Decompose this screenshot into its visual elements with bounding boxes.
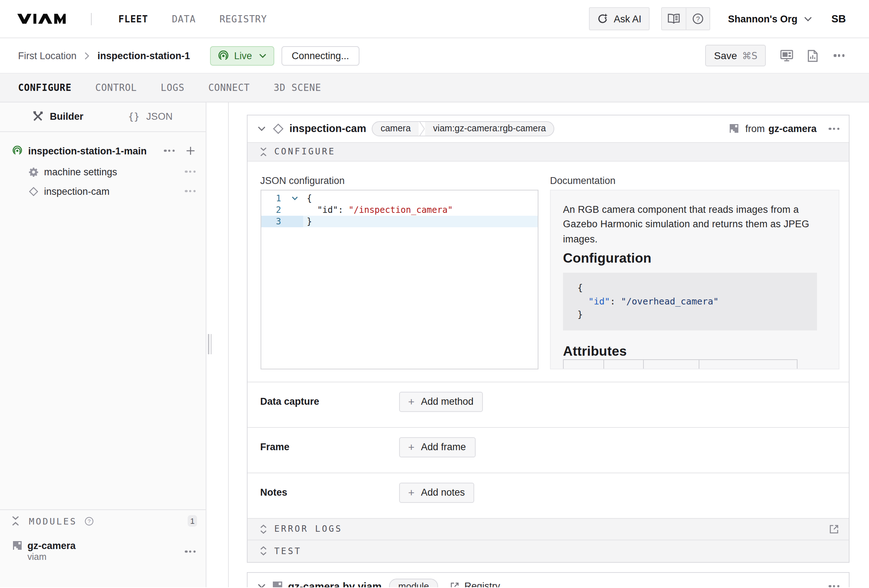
org-switcher[interactable]: Shannon's Org bbox=[728, 13, 812, 24]
component-diamond-icon bbox=[29, 187, 38, 196]
component-diamond-icon bbox=[273, 123, 284, 134]
json-editor[interactable]: 1 { 2 "id": "/inspection_camera" 3 bbox=[260, 190, 538, 369]
ellipsis-icon bbox=[833, 52, 846, 59]
tab-logs[interactable]: LOGS bbox=[160, 82, 184, 93]
fold-chevron-icon[interactable] bbox=[287, 193, 303, 204]
machine-menu-button[interactable] bbox=[833, 52, 846, 59]
ask-ai-icon bbox=[597, 13, 609, 25]
module-card-title: gz-camera by viam bbox=[288, 581, 382, 588]
add-notes-label: Add notes bbox=[421, 487, 465, 498]
collapse-icon[interactable] bbox=[12, 516, 19, 526]
test-label: TEST bbox=[274, 546, 301, 556]
tree-root-menu[interactable] bbox=[164, 150, 175, 152]
module-card: gz-camera by viam module Registry bbox=[247, 572, 850, 587]
line-number: 1 bbox=[261, 193, 287, 204]
tab-connect[interactable]: CONNECT bbox=[208, 82, 250, 93]
book-icon bbox=[667, 14, 679, 24]
add-component-button[interactable] bbox=[186, 147, 195, 155]
attributes-col bbox=[644, 360, 699, 369]
chevron-down-icon[interactable] bbox=[258, 584, 265, 588]
inspection-cam-menu[interactable] bbox=[185, 190, 196, 192]
tree-item-machine-settings[interactable]: machine settings bbox=[0, 162, 206, 181]
tab-configure[interactable]: CONFIGURE bbox=[18, 82, 71, 93]
machine-live-icon bbox=[12, 146, 22, 156]
add-frame-button[interactable]: + Add frame bbox=[399, 437, 475, 457]
tab-3d-scene[interactable]: 3D SCENE bbox=[274, 82, 321, 93]
ask-ai-button[interactable]: Ask AI bbox=[589, 7, 650, 30]
frame-label: Frame bbox=[260, 440, 399, 453]
nav-tab-fleet[interactable]: FLEET bbox=[119, 13, 148, 24]
tree-root-label: inspection-station-1-main bbox=[28, 145, 147, 156]
attributes-table bbox=[563, 359, 798, 369]
connection-status-button[interactable]: Connecting... bbox=[282, 46, 359, 65]
module-icon bbox=[729, 124, 738, 133]
module-org: viam bbox=[27, 551, 206, 563]
breadcrumb-location[interactable]: First Location bbox=[18, 50, 77, 61]
modules-header: MODULES ? 1 bbox=[0, 510, 206, 532]
documentation-panel[interactable]: An RGB camera component that reads image… bbox=[550, 190, 839, 369]
doc-attributes-heading: Attributes bbox=[563, 344, 826, 359]
builder-mode-button[interactable]: Builder bbox=[0, 111, 103, 122]
component-menu-button[interactable] bbox=[827, 124, 841, 132]
module-list-item[interactable]: gz-camera viam bbox=[0, 541, 206, 563]
gear-icon bbox=[29, 167, 38, 176]
tree-item-inspection-cam[interactable]: inspection-cam bbox=[0, 181, 206, 201]
module-header-right bbox=[817, 582, 841, 587]
code-text: } bbox=[303, 216, 538, 227]
history-button[interactable] bbox=[808, 49, 818, 62]
attributes-col bbox=[699, 360, 797, 369]
fold-icon[interactable] bbox=[260, 147, 267, 157]
configure-section-bar: CONFIGURE bbox=[248, 142, 849, 161]
configure-section-label: CONFIGURE bbox=[274, 147, 336, 157]
chevron-down-icon[interactable] bbox=[258, 126, 265, 131]
type-chip-label: camera bbox=[373, 122, 419, 136]
line-number: 3 bbox=[261, 216, 287, 227]
model-chip-label: viam:gz-camera:rgb-camera bbox=[425, 122, 554, 136]
editor-line: 1 { bbox=[261, 193, 538, 204]
live-status-dropdown[interactable]: Live bbox=[211, 46, 274, 65]
module-icon bbox=[273, 582, 282, 588]
ask-ai-label: Ask AI bbox=[614, 13, 642, 24]
viam-logo[interactable] bbox=[17, 14, 66, 24]
error-logs-bar[interactable]: ERROR LOGS bbox=[248, 518, 849, 539]
viam-app: FLEET DATA REGISTRY Ask AI bbox=[0, 0, 869, 588]
add-notes-button[interactable]: + Add notes bbox=[399, 482, 474, 502]
machine-header: First Location inspection-station-1 Live… bbox=[0, 38, 869, 74]
test-bar[interactable]: TEST bbox=[248, 539, 849, 562]
help-button[interactable]: ? bbox=[685, 8, 709, 30]
nav-tab-data[interactable]: DATA bbox=[172, 13, 196, 24]
avatar[interactable]: SB bbox=[832, 13, 846, 25]
doc-configuration-heading: Configuration bbox=[563, 250, 826, 266]
json-mode-button[interactable]: {} JSON bbox=[103, 111, 206, 122]
frame-section: Frame + Add frame bbox=[248, 427, 849, 472]
json-config-label: JSON configuration bbox=[260, 175, 538, 186]
breadcrumb-machine-name: inspection-station-1 bbox=[98, 50, 190, 61]
modules-help-icon[interactable]: ? bbox=[84, 516, 93, 526]
add-method-button[interactable]: + Add method bbox=[399, 391, 483, 412]
module-icon bbox=[13, 541, 22, 550]
module-menu-button[interactable] bbox=[827, 582, 841, 587]
save-label: Save bbox=[714, 50, 737, 61]
save-button[interactable]: Save ⌘S bbox=[706, 45, 766, 67]
modules-count-badge: 1 bbox=[188, 515, 197, 527]
svg-text:?: ? bbox=[696, 15, 700, 23]
tools-icon bbox=[33, 111, 43, 122]
main-panel: inspection-cam camera viam:gz-camera:rgb… bbox=[229, 102, 869, 587]
nav-tab-registry[interactable]: REGISTRY bbox=[219, 13, 267, 24]
registry-link[interactable]: Registry bbox=[451, 581, 500, 588]
module-menu[interactable] bbox=[185, 551, 196, 552]
open-logs-button[interactable] bbox=[829, 524, 839, 533]
docs-button[interactable] bbox=[661, 8, 685, 30]
code-text: "id": "/inspection_camera" bbox=[303, 204, 538, 216]
code-text: { bbox=[303, 193, 538, 204]
module-chip: module bbox=[389, 579, 439, 588]
help-group: ? bbox=[661, 7, 710, 30]
resize-handle[interactable] bbox=[208, 334, 212, 354]
machine-settings-menu[interactable] bbox=[185, 170, 196, 173]
breadcrumb-chevron-icon bbox=[85, 52, 89, 59]
monitor-view-button[interactable] bbox=[781, 50, 793, 61]
tab-control[interactable]: CONTROL bbox=[95, 82, 137, 93]
chevron-down-icon bbox=[804, 16, 812, 21]
tree-root-machine[interactable]: inspection-station-1-main bbox=[0, 139, 206, 162]
chip-separator bbox=[419, 121, 425, 136]
